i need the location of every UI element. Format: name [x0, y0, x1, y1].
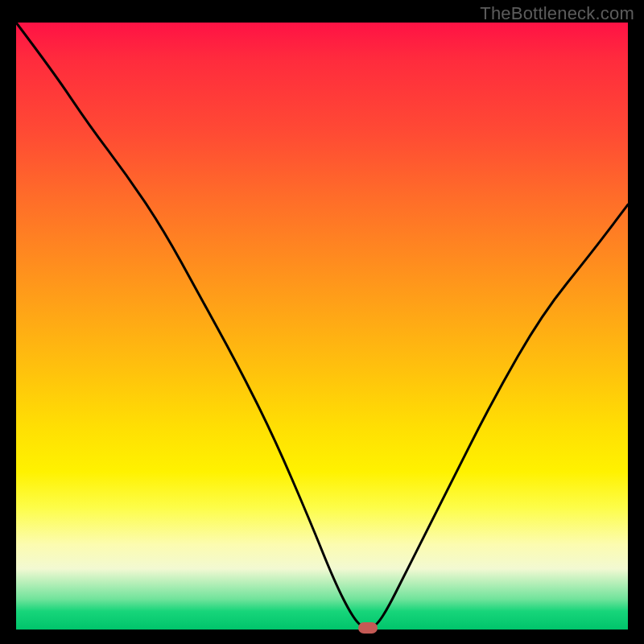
- watermark-text: TheBottleneck.com: [480, 3, 634, 24]
- curve-svg: [16, 23, 628, 630]
- minimum-marker: [358, 622, 378, 634]
- plot-area: [16, 23, 628, 630]
- bottleneck-curve-path: [16, 23, 628, 630]
- chart-frame: TheBottleneck.com: [0, 0, 644, 644]
